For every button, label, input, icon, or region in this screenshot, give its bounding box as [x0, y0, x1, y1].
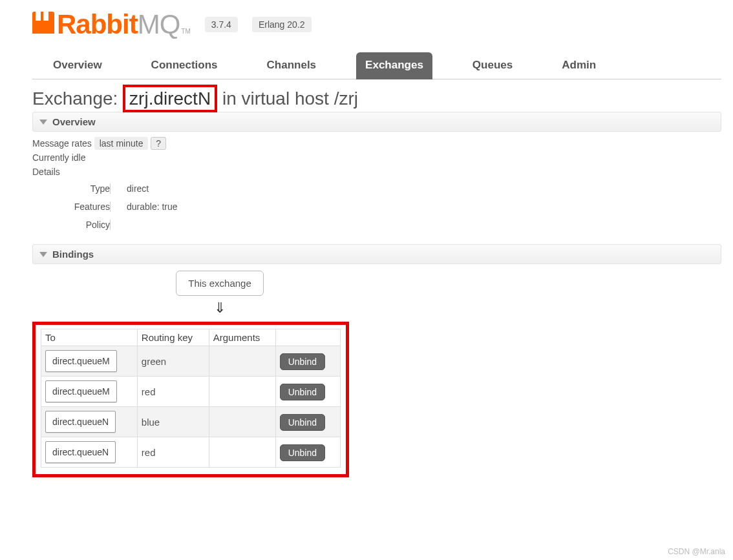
table-row: direct.queueMredUnbind — [41, 377, 341, 407]
type-val: direct — [118, 183, 721, 194]
section-bindings-label: Bindings — [52, 249, 94, 260]
arguments-cell — [209, 346, 275, 377]
routing-key-cell: blue — [137, 407, 209, 437]
unbind-button[interactable]: Unbind — [280, 384, 325, 400]
col-to: To — [41, 329, 138, 346]
col-routing-key: Routing key — [137, 329, 209, 346]
unbind-button[interactable]: Unbind — [280, 444, 325, 461]
erlang-pill: Erlang 20.2 — [252, 17, 312, 32]
down-arrow-icon: ⇓ — [214, 300, 226, 316]
rates-range[interactable]: last minute — [94, 137, 149, 150]
version-pill: 3.7.4 — [205, 17, 238, 32]
this-exchange-graph: This exchange ⇓ — [103, 271, 336, 316]
chevron-down-icon — [39, 119, 47, 125]
unbind-button[interactable]: Unbind — [280, 414, 325, 431]
table-row: direct.queueNredUnbind — [41, 437, 341, 468]
idle-label: Currently idle — [32, 152, 721, 163]
chevron-down-icon — [39, 252, 47, 257]
queue-link[interactable]: direct.queueN — [45, 411, 116, 433]
routing-key-cell: red — [137, 437, 209, 468]
rates-label: Message rates — [32, 138, 92, 149]
policy-key: Policy — [32, 220, 110, 230]
details-table: Type direct Features durable: true Polic… — [32, 183, 721, 230]
table-row: direct.queueMgreenUnbind — [41, 346, 341, 377]
title-mid: in virtual host — [217, 88, 334, 109]
logo[interactable]: Rabbit MQ TM — [32, 9, 191, 40]
policy-val — [118, 220, 721, 230]
bindings-table-box: To Routing key Arguments direct.queueMgr… — [32, 322, 349, 477]
bindings-table: To Routing key Arguments direct.queueMgr… — [41, 329, 341, 468]
section-overview[interactable]: Overview — [32, 112, 721, 132]
queue-link[interactable]: direct.queueM — [45, 380, 117, 402]
rates-help[interactable]: ? — [151, 137, 166, 150]
routing-key-cell: green — [137, 346, 209, 377]
vhost-name: /zrj — [334, 88, 358, 109]
detail-sep — [110, 183, 118, 194]
features-key: Features — [32, 202, 110, 212]
logo-tm: TM — [181, 28, 190, 35]
page-title: Exchange: zrj.directN in virtual host /z… — [32, 88, 721, 109]
rabbitmq-icon — [32, 12, 54, 34]
col-action — [275, 329, 340, 346]
logo-text-rabbit: Rabbit — [57, 9, 138, 40]
type-key: Type — [32, 183, 110, 194]
arguments-cell — [209, 377, 275, 407]
tab-channels[interactable]: Channels — [258, 52, 326, 79]
detail-sep — [110, 220, 118, 230]
tab-admin[interactable]: Admin — [553, 52, 605, 79]
exchange-name: zrj.directN — [123, 85, 217, 112]
tab-exchanges[interactable]: Exchanges — [356, 52, 432, 79]
col-arguments: Arguments — [209, 329, 275, 346]
detail-sep — [110, 202, 118, 212]
queue-link[interactable]: direct.queueN — [45, 441, 116, 463]
tab-overview[interactable]: Overview — [44, 52, 111, 79]
tab-connections[interactable]: Connections — [142, 52, 227, 79]
queue-link[interactable]: direct.queueM — [45, 350, 117, 372]
this-exchange-box: This exchange — [176, 271, 264, 296]
main-tabs: Overview Connections Channels Exchanges … — [32, 49, 721, 79]
header: Rabbit MQ TM 3.7.4 Erlang 20.2 — [32, 9, 721, 40]
section-overview-label: Overview — [52, 116, 96, 127]
tab-queues[interactable]: Queues — [463, 52, 522, 79]
arguments-cell — [209, 437, 275, 468]
logo-text-mq: MQ — [138, 9, 180, 40]
details-heading: Details — [32, 167, 721, 177]
unbind-button[interactable]: Unbind — [280, 353, 325, 370]
routing-key-cell: red — [137, 377, 209, 407]
table-row: direct.queueNblueUnbind — [41, 407, 341, 437]
arguments-cell — [209, 407, 275, 437]
section-bindings[interactable]: Bindings — [32, 244, 721, 264]
features-val: durable: true — [118, 202, 721, 212]
title-prefix: Exchange: — [32, 88, 123, 109]
message-rates-row: Message rates last minute ? — [32, 138, 721, 149]
